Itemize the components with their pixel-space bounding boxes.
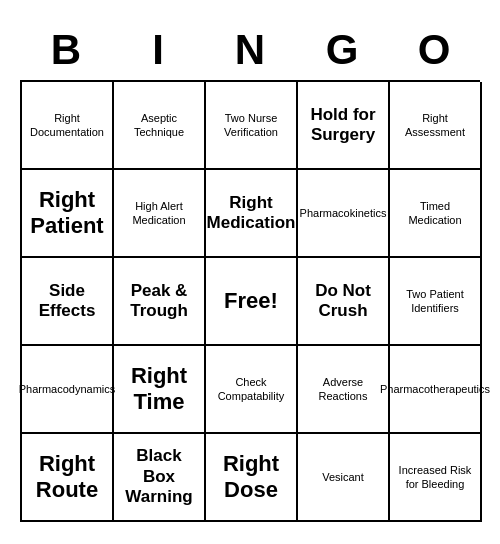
- bingo-cell-0[interactable]: Right Documentation: [22, 82, 114, 170]
- bingo-letter-O: O: [392, 26, 476, 74]
- cell-text-21: Black Box Warning: [118, 446, 200, 507]
- bingo-cell-16[interactable]: Right Time: [114, 346, 206, 434]
- cell-text-0: Right Documentation: [26, 111, 108, 140]
- bingo-cell-15[interactable]: Pharmacodynamics: [22, 346, 114, 434]
- bingo-header: BINGO: [20, 22, 480, 80]
- bingo-grid: Right DocumentationAseptic TechniqueTwo …: [20, 80, 480, 522]
- bingo-cell-11[interactable]: Peak & Trough: [114, 258, 206, 346]
- cell-text-1: Aseptic Technique: [118, 111, 200, 140]
- bingo-cell-20[interactable]: Right Route: [22, 434, 114, 522]
- bingo-cell-12[interactable]: Free!: [206, 258, 298, 346]
- bingo-cell-3[interactable]: Hold for Surgery: [298, 82, 390, 170]
- cell-text-12: Free!: [224, 288, 278, 314]
- bingo-cell-10[interactable]: Side Effects: [22, 258, 114, 346]
- bingo-cell-22[interactable]: Right Dose: [206, 434, 298, 522]
- bingo-cell-13[interactable]: Do Not Crush: [298, 258, 390, 346]
- bingo-cell-8[interactable]: Pharmacokinetics: [298, 170, 390, 258]
- cell-text-16: Right Time: [118, 363, 200, 416]
- cell-text-2: Two Nurse Verification: [210, 111, 292, 140]
- cell-text-24: Increased Risk for Bleeding: [394, 463, 476, 492]
- bingo-cell-7[interactable]: Right Medication: [206, 170, 298, 258]
- bingo-cell-14[interactable]: Two Patient Identifiers: [390, 258, 482, 346]
- bingo-cell-24[interactable]: Increased Risk for Bleeding: [390, 434, 482, 522]
- cell-text-6: High Alert Medication: [118, 199, 200, 228]
- cell-text-8: Pharmacokinetics: [300, 206, 387, 220]
- cell-text-7: Right Medication: [207, 193, 296, 234]
- bingo-card: BINGO Right DocumentationAseptic Techniq…: [20, 22, 480, 522]
- bingo-letter-N: N: [208, 26, 292, 74]
- cell-text-11: Peak & Trough: [118, 281, 200, 322]
- cell-text-3: Hold for Surgery: [302, 105, 384, 146]
- bingo-cell-4[interactable]: Right Assessment: [390, 82, 482, 170]
- cell-text-17: Check Compatability: [210, 375, 292, 404]
- cell-text-19: Pharmacotherapeutics: [380, 382, 490, 396]
- cell-text-14: Two Patient Identifiers: [394, 287, 476, 316]
- cell-text-18: Adverse Reactions: [302, 375, 384, 404]
- bingo-cell-17[interactable]: Check Compatability: [206, 346, 298, 434]
- bingo-cell-18[interactable]: Adverse Reactions: [298, 346, 390, 434]
- bingo-cell-23[interactable]: Vesicant: [298, 434, 390, 522]
- bingo-cell-2[interactable]: Two Nurse Verification: [206, 82, 298, 170]
- bingo-cell-5[interactable]: Right Patient: [22, 170, 114, 258]
- bingo-cell-1[interactable]: Aseptic Technique: [114, 82, 206, 170]
- cell-text-4: Right Assessment: [394, 111, 476, 140]
- bingo-cell-21[interactable]: Black Box Warning: [114, 434, 206, 522]
- bingo-letter-B: B: [24, 26, 108, 74]
- bingo-letter-G: G: [300, 26, 384, 74]
- bingo-cell-19[interactable]: Pharmacotherapeutics: [390, 346, 482, 434]
- cell-text-5: Right Patient: [26, 187, 108, 240]
- cell-text-22: Right Dose: [210, 451, 292, 504]
- cell-text-9: Timed Medication: [394, 199, 476, 228]
- cell-text-23: Vesicant: [322, 470, 364, 484]
- bingo-cell-9[interactable]: Timed Medication: [390, 170, 482, 258]
- cell-text-15: Pharmacodynamics: [19, 382, 116, 396]
- bingo-cell-6[interactable]: High Alert Medication: [114, 170, 206, 258]
- cell-text-20: Right Route: [26, 451, 108, 504]
- cell-text-10: Side Effects: [26, 281, 108, 322]
- cell-text-13: Do Not Crush: [302, 281, 384, 322]
- bingo-letter-I: I: [116, 26, 200, 74]
